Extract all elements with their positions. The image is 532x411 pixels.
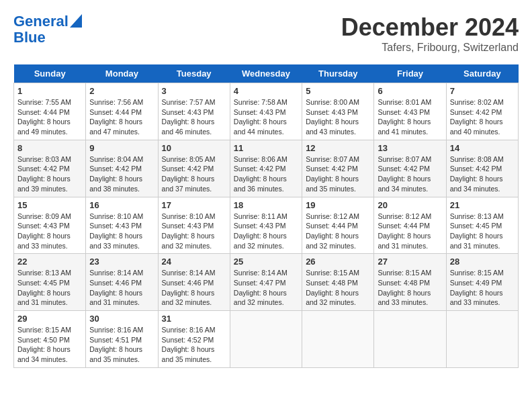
calendar-cell: 18Sunrise: 8:11 AM Sunset: 4:43 PM Dayli… (230, 197, 302, 254)
calendar-cell: 15Sunrise: 8:09 AM Sunset: 4:43 PM Dayli… (14, 197, 86, 254)
day-number: 2 (89, 86, 154, 96)
day-content: Sunrise: 8:14 AM Sunset: 4:47 PM Dayligh… (234, 268, 298, 308)
calendar-cell (230, 311, 302, 368)
day-number: 17 (162, 200, 226, 210)
calendar-table: SundayMondayTuesdayWednesdayThursdayFrid… (13, 64, 519, 368)
weekday-header-tuesday: Tuesday (158, 64, 230, 83)
calendar-cell: 10Sunrise: 8:05 AM Sunset: 4:42 PM Dayli… (158, 140, 230, 197)
day-number: 7 (450, 86, 515, 96)
day-content: Sunrise: 8:10 AM Sunset: 4:43 PM Dayligh… (162, 212, 226, 251)
day-content: Sunrise: 8:02 AM Sunset: 4:42 PM Dayligh… (450, 97, 515, 137)
day-number: 11 (234, 143, 298, 153)
day-content: Sunrise: 8:04 AM Sunset: 4:42 PM Dayligh… (89, 154, 154, 194)
calendar-cell: 22Sunrise: 8:13 AM Sunset: 4:45 PM Dayli… (14, 254, 86, 311)
day-number: 18 (234, 200, 298, 210)
day-content: Sunrise: 8:14 AM Sunset: 4:46 PM Dayligh… (89, 268, 154, 308)
day-content: Sunrise: 8:00 AM Sunset: 4:43 PM Dayligh… (306, 97, 370, 137)
day-content: Sunrise: 8:07 AM Sunset: 4:42 PM Dayligh… (306, 154, 370, 194)
day-content: Sunrise: 8:15 AM Sunset: 4:48 PM Dayligh… (378, 268, 442, 308)
calendar-cell: 13Sunrise: 8:07 AM Sunset: 4:42 PM Dayli… (374, 140, 446, 197)
day-content: Sunrise: 8:01 AM Sunset: 4:43 PM Dayligh… (378, 97, 442, 137)
week-row-4: 22Sunrise: 8:13 AM Sunset: 4:45 PM Dayli… (14, 254, 519, 311)
calendar-cell: 27Sunrise: 8:15 AM Sunset: 4:48 PM Dayli… (374, 254, 446, 311)
calendar-cell: 24Sunrise: 8:14 AM Sunset: 4:46 PM Dayli… (158, 254, 230, 311)
header: General Blue December 2024 Tafers, Fribo… (13, 13, 519, 54)
calendar-cell: 14Sunrise: 8:08 AM Sunset: 4:42 PM Dayli… (446, 140, 518, 197)
calendar-cell: 19Sunrise: 8:12 AM Sunset: 4:44 PM Dayli… (302, 197, 374, 254)
day-number: 24 (162, 257, 226, 267)
day-content: Sunrise: 8:15 AM Sunset: 4:50 PM Dayligh… (17, 325, 82, 365)
logo: General Blue (13, 13, 82, 46)
day-number: 27 (378, 257, 442, 267)
day-number: 19 (306, 200, 370, 210)
week-row-5: 29Sunrise: 8:15 AM Sunset: 4:50 PM Dayli… (14, 311, 519, 368)
day-content: Sunrise: 7:58 AM Sunset: 4:43 PM Dayligh… (234, 97, 298, 137)
calendar-cell: 7Sunrise: 8:02 AM Sunset: 4:42 PM Daylig… (446, 83, 518, 140)
day-number: 15 (17, 200, 82, 210)
calendar-cell (446, 311, 518, 368)
day-number: 21 (450, 200, 515, 210)
calendar-cell: 26Sunrise: 8:15 AM Sunset: 4:48 PM Dayli… (302, 254, 374, 311)
calendar-cell: 29Sunrise: 8:15 AM Sunset: 4:50 PM Dayli… (14, 311, 86, 368)
day-content: Sunrise: 8:08 AM Sunset: 4:42 PM Dayligh… (450, 154, 515, 194)
calendar-cell: 23Sunrise: 8:14 AM Sunset: 4:46 PM Dayli… (86, 254, 158, 311)
calendar-cell: 1Sunrise: 7:55 AM Sunset: 4:44 PM Daylig… (14, 83, 86, 140)
day-content: Sunrise: 8:15 AM Sunset: 4:48 PM Dayligh… (306, 268, 370, 308)
day-content: Sunrise: 8:06 AM Sunset: 4:42 PM Dayligh… (234, 154, 298, 194)
day-content: Sunrise: 8:14 AM Sunset: 4:46 PM Dayligh… (162, 268, 226, 308)
calendar-cell: 9Sunrise: 8:04 AM Sunset: 4:42 PM Daylig… (86, 140, 158, 197)
logo-text: General (13, 13, 69, 30)
day-number: 6 (378, 86, 442, 96)
day-content: Sunrise: 8:11 AM Sunset: 4:43 PM Dayligh… (234, 212, 298, 251)
day-number: 14 (450, 143, 515, 153)
calendar-cell: 12Sunrise: 8:07 AM Sunset: 4:42 PM Dayli… (302, 140, 374, 197)
day-number: 28 (450, 257, 515, 267)
day-content: Sunrise: 8:05 AM Sunset: 4:42 PM Dayligh… (162, 154, 226, 194)
weekday-header-monday: Monday (86, 64, 158, 83)
day-content: Sunrise: 7:57 AM Sunset: 4:43 PM Dayligh… (162, 97, 226, 137)
weekday-header-row: SundayMondayTuesdayWednesdayThursdayFrid… (14, 64, 519, 83)
day-number: 8 (17, 143, 82, 153)
day-number: 26 (306, 257, 370, 267)
day-number: 25 (234, 257, 298, 267)
weekday-header-wednesday: Wednesday (230, 64, 302, 83)
day-content: Sunrise: 8:12 AM Sunset: 4:44 PM Dayligh… (306, 212, 370, 251)
day-content: Sunrise: 8:13 AM Sunset: 4:45 PM Dayligh… (17, 268, 82, 308)
svg-marker-0 (70, 14, 82, 28)
calendar-cell: 16Sunrise: 8:10 AM Sunset: 4:43 PM Dayli… (86, 197, 158, 254)
day-number: 22 (17, 257, 82, 267)
calendar-cell: 30Sunrise: 8:16 AM Sunset: 4:51 PM Dayli… (86, 311, 158, 368)
weekday-header-saturday: Saturday (446, 64, 518, 83)
day-number: 23 (89, 257, 154, 267)
day-content: Sunrise: 8:07 AM Sunset: 4:42 PM Dayligh… (378, 154, 442, 194)
calendar-cell: 17Sunrise: 8:10 AM Sunset: 4:43 PM Dayli… (158, 197, 230, 254)
week-row-2: 8Sunrise: 8:03 AM Sunset: 4:42 PM Daylig… (14, 140, 519, 197)
day-number: 16 (89, 200, 154, 210)
calendar-cell: 31Sunrise: 8:16 AM Sunset: 4:52 PM Dayli… (158, 311, 230, 368)
calendar-cell: 6Sunrise: 8:01 AM Sunset: 4:43 PM Daylig… (374, 83, 446, 140)
day-content: Sunrise: 8:12 AM Sunset: 4:44 PM Dayligh… (378, 212, 442, 251)
calendar-cell: 11Sunrise: 8:06 AM Sunset: 4:42 PM Dayli… (230, 140, 302, 197)
day-number: 12 (306, 143, 370, 153)
day-number: 4 (234, 86, 298, 96)
calendar-cell: 4Sunrise: 7:58 AM Sunset: 4:43 PM Daylig… (230, 83, 302, 140)
calendar-cell (374, 311, 446, 368)
day-content: Sunrise: 8:03 AM Sunset: 4:42 PM Dayligh… (17, 154, 82, 194)
week-row-1: 1Sunrise: 7:55 AM Sunset: 4:44 PM Daylig… (14, 83, 519, 140)
day-number: 20 (378, 200, 442, 210)
day-number: 3 (162, 86, 226, 96)
week-row-3: 15Sunrise: 8:09 AM Sunset: 4:43 PM Dayli… (14, 197, 519, 254)
day-number: 10 (162, 143, 226, 153)
day-number: 30 (89, 314, 154, 324)
calendar-cell: 3Sunrise: 7:57 AM Sunset: 4:43 PM Daylig… (158, 83, 230, 140)
logo-blue-text: Blue (13, 30, 46, 46)
day-content: Sunrise: 8:15 AM Sunset: 4:49 PM Dayligh… (450, 268, 515, 308)
calendar-cell: 25Sunrise: 8:14 AM Sunset: 4:47 PM Dayli… (230, 254, 302, 311)
day-content: Sunrise: 8:10 AM Sunset: 4:43 PM Dayligh… (89, 212, 154, 251)
title-area: December 2024 Tafers, Fribourg, Switzerl… (341, 13, 519, 54)
day-content: Sunrise: 7:56 AM Sunset: 4:44 PM Dayligh… (89, 97, 154, 137)
day-number: 1 (17, 86, 82, 96)
weekday-header-thursday: Thursday (302, 64, 374, 83)
calendar-cell: 28Sunrise: 8:15 AM Sunset: 4:49 PM Dayli… (446, 254, 518, 311)
calendar-cell: 8Sunrise: 8:03 AM Sunset: 4:42 PM Daylig… (14, 140, 86, 197)
